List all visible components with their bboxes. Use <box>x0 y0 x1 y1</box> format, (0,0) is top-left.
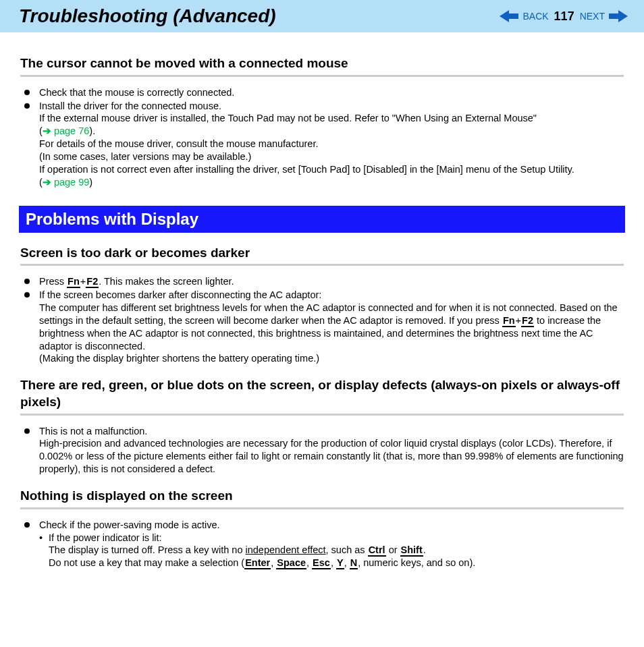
page-link-99[interactable]: page 99 <box>54 177 89 188</box>
text: , numeric keys, and so on). <box>358 557 475 568</box>
text: ) <box>89 177 92 188</box>
section-heading-cursor: The cursor cannot be moved with a connec… <box>20 55 624 77</box>
key-f2: F2 <box>86 276 99 288</box>
text: ). <box>89 125 95 136</box>
text: , such as <box>326 544 368 555</box>
list-item: If the screen becomes darker after disco… <box>20 289 624 365</box>
link-arrow-icon: ➔ <box>43 177 54 188</box>
underlined-text: independent effect <box>246 544 326 555</box>
text: If the screen becomes darker after disco… <box>39 289 321 300</box>
text: For details of the mouse driver, consult… <box>39 138 318 149</box>
nav-cluster: BACK 117 NEXT <box>500 9 628 24</box>
key-esc: Esc <box>312 557 331 569</box>
text: , <box>306 557 312 568</box>
list-item: This is not a malfunction. High-precisio… <box>20 425 624 476</box>
link-arrow-icon: ➔ <box>43 125 54 136</box>
list-item: Install the driver for the connected mou… <box>20 100 624 189</box>
key-y: Y <box>336 557 344 569</box>
key-f2: F2 <box>521 315 534 327</box>
key-enter: Enter <box>244 557 271 569</box>
section-heading-nothing: Nothing is displayed on the screen <box>20 488 624 509</box>
back-link[interactable]: BACK <box>522 11 548 22</box>
text: Do not use a key that may make a selecti… <box>49 557 244 568</box>
key-space: Space <box>276 557 306 569</box>
text: If the external mouse driver is installe… <box>39 113 537 123</box>
text: + <box>516 315 521 326</box>
key-ctrl: Ctrl <box>368 544 386 557</box>
text: Check if the power-saving mode is active… <box>39 519 220 530</box>
text: Check that the mouse is correctly connec… <box>39 87 234 98</box>
list-item: Check if the power-saving mode is active… <box>20 519 624 569</box>
next-link[interactable]: NEXT <box>580 11 605 22</box>
text: . This makes the screen lighter. <box>99 276 234 287</box>
header-bar: Troubleshooting (Advanced) BACK 117 NEXT <box>0 0 644 32</box>
text: If operation is not correct even after i… <box>39 164 574 175</box>
key-shift: Shift <box>400 544 423 557</box>
text: If the power indicator is lit: <box>49 532 162 543</box>
key-fn: Fn <box>502 315 516 327</box>
key-fn: Fn <box>67 276 80 288</box>
text: (In some cases, later versions may be av… <box>39 151 251 162</box>
text: + <box>80 276 86 287</box>
page-title: Troubleshooting (Advanced) <box>19 5 276 27</box>
category-heading-display: Problems with Display <box>19 206 625 232</box>
list-item: Check that the mouse is correctly connec… <box>20 86 624 99</box>
text: Install the driver for the connected mou… <box>39 101 221 111</box>
content-area: The cursor cannot be moved with a connec… <box>0 32 644 590</box>
text: . <box>423 544 426 555</box>
text: This is not a malfunction. <box>39 426 147 437</box>
text: or <box>386 544 400 555</box>
key-n: N <box>350 557 358 569</box>
page-link-76[interactable]: page 76 <box>54 125 89 136</box>
sub-list-item: If the power indicator is lit: The displ… <box>39 532 624 570</box>
page-number: 117 <box>553 9 576 24</box>
section-heading-dark: Screen is too dark or becomes darker <box>20 245 624 266</box>
back-arrow-icon[interactable] <box>500 10 518 22</box>
text: The display is turned off. Press a key w… <box>49 544 246 555</box>
text: High-precision and advanced technologies… <box>39 438 624 474</box>
list-item: Press Fn+F2. This makes the screen light… <box>20 275 624 288</box>
svg-marker-0 <box>500 10 518 22</box>
text: (Making the display brighter shortens th… <box>39 353 319 364</box>
bullet-list: Press Fn+F2. This makes the screen light… <box>20 275 624 365</box>
text: , <box>344 557 350 568</box>
text: Press <box>39 276 67 287</box>
bullet-list: Check if the power-saving mode is active… <box>20 519 624 569</box>
text: , <box>331 557 336 568</box>
section-heading-pixels: There are red, green, or blue dots on th… <box>20 377 624 415</box>
svg-marker-1 <box>609 10 628 22</box>
next-arrow-icon[interactable] <box>609 10 628 22</box>
bullet-list: This is not a malfunction. High-precisio… <box>20 425 624 476</box>
bullet-list: Check that the mouse is correctly connec… <box>20 86 624 189</box>
